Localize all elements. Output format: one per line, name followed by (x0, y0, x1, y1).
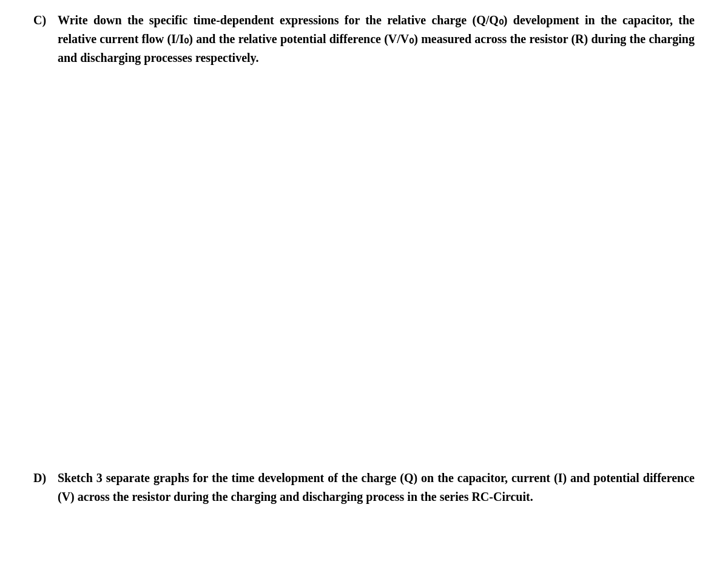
section-d: D) Sketch 3 separate graphs for the time… (33, 469, 695, 506)
section-d-label: D) (33, 469, 58, 506)
section-c-label: C) (33, 11, 58, 67)
section-c: C) Write down the specific time-dependen… (33, 11, 695, 67)
section-d-text: Sketch 3 separate graphs for the time de… (58, 469, 695, 506)
section-c-text: Write down the specific time-dependent e… (58, 11, 695, 67)
page-container: C) Write down the specific time-dependen… (0, 0, 728, 561)
